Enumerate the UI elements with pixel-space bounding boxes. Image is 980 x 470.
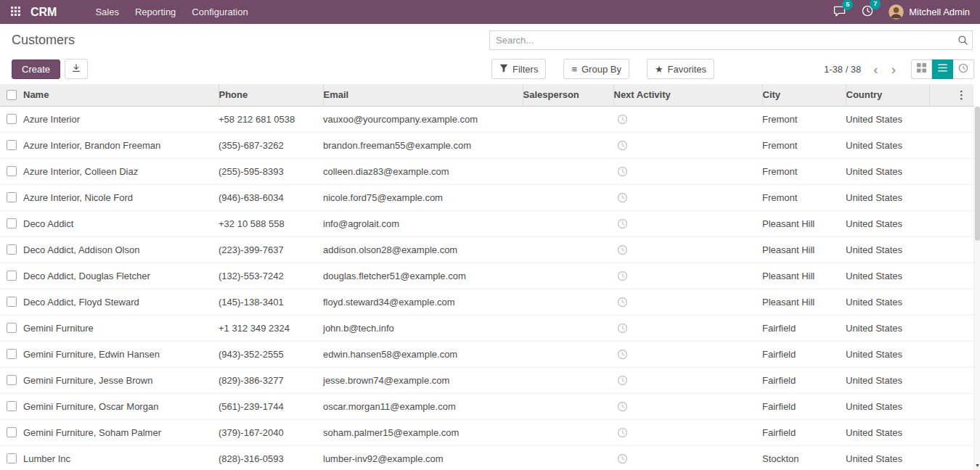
cell-country[interactable]: United States: [846, 236, 929, 263]
cell-city[interactable]: Pleasant Hill: [762, 210, 846, 236]
row-checkbox[interactable]: [7, 375, 17, 385]
next-activity-clock-icon[interactable]: [613, 191, 628, 202]
cell-salesperson[interactable]: [523, 445, 613, 470]
row-checkbox[interactable]: [7, 244, 17, 255]
cell-phone[interactable]: (946)-638-6034: [219, 184, 323, 210]
app-title[interactable]: CRM: [30, 6, 57, 19]
row-checkbox[interactable]: [7, 271, 17, 281]
pager-previous-button[interactable]: ‹: [867, 62, 884, 76]
next-activity-clock-icon[interactable]: [613, 139, 628, 150]
cell-phone[interactable]: (223)-399-7637: [219, 236, 323, 263]
cell-country[interactable]: United States: [846, 419, 929, 445]
cell-email[interactable]: jesse.brown74@example.com: [323, 367, 523, 393]
cell-name[interactable]: Deco Addict: [23, 210, 219, 236]
cell-city[interactable]: Fairfield: [762, 315, 846, 341]
cell-salesperson[interactable]: [523, 236, 613, 263]
cell-salesperson[interactable]: [523, 419, 613, 445]
column-header-email[interactable]: Email: [323, 84, 523, 106]
search-input[interactable]: [489, 30, 973, 50]
scrollbar-down-arrow[interactable]: ▼: [974, 461, 980, 470]
cell-next-activity[interactable]: [613, 419, 762, 445]
cell-name[interactable]: Deco Addict, Addison Olson: [23, 236, 219, 263]
cell-next-activity[interactable]: [613, 158, 762, 184]
cell-country[interactable]: United States: [846, 315, 929, 341]
next-activity-clock-icon[interactable]: [613, 374, 628, 385]
column-header-phone[interactable]: Phone: [219, 84, 323, 106]
cell-city[interactable]: Fairfield: [762, 393, 846, 419]
cell-country[interactable]: United States: [846, 210, 929, 236]
pager-next-button[interactable]: ›: [885, 62, 902, 76]
cell-salesperson[interactable]: [523, 341, 613, 367]
next-activity-clock-icon[interactable]: [613, 296, 628, 307]
cell-next-activity[interactable]: [613, 393, 762, 419]
next-activity-clock-icon[interactable]: [613, 348, 628, 359]
row-checkbox[interactable]: [7, 192, 17, 202]
next-activity-clock-icon[interactable]: [613, 400, 628, 411]
cell-salesperson[interactable]: [523, 106, 613, 132]
cell-phone[interactable]: +1 312 349 2324: [219, 315, 323, 341]
row-checkbox[interactable]: [7, 453, 17, 463]
cell-salesperson[interactable]: [523, 210, 613, 236]
next-activity-clock-icon[interactable]: [613, 453, 628, 463]
table-row[interactable]: Gemini Furniture, Soham Palmer (379)-167…: [0, 419, 973, 445]
vertical-scrollbar[interactable]: ▼: [973, 106, 980, 470]
table-row[interactable]: Gemini Furniture, Edwin Hansen (943)-352…: [0, 341, 973, 367]
cell-phone[interactable]: (828)-316-0593: [219, 445, 323, 470]
next-activity-clock-icon[interactable]: [613, 322, 628, 333]
cell-email[interactable]: addison.olson28@example.com: [323, 236, 523, 263]
table-row[interactable]: Gemini Furniture, Oscar Morgan (561)-239…: [0, 393, 973, 419]
menu-reporting[interactable]: Reporting: [127, 0, 184, 24]
table-row[interactable]: Deco Addict +32 10 588 558 info@agrolait…: [0, 210, 973, 236]
table-row[interactable]: Azure Interior, Brandon Freeman (355)-68…: [0, 132, 973, 158]
cell-salesperson[interactable]: [523, 263, 613, 289]
create-button[interactable]: Create: [12, 59, 60, 79]
search-icon[interactable]: [957, 35, 968, 49]
cell-name[interactable]: Azure Interior: [23, 106, 219, 132]
cell-email[interactable]: brandon.freeman55@example.com: [323, 132, 523, 158]
menu-configuration[interactable]: Configuration: [184, 0, 256, 24]
cell-next-activity[interactable]: [613, 263, 762, 289]
cell-next-activity[interactable]: [613, 210, 762, 236]
row-checkbox[interactable]: [7, 140, 17, 150]
cell-salesperson[interactable]: [523, 184, 613, 210]
cell-phone[interactable]: (355)-687-3262: [219, 132, 323, 158]
optional-columns-toggle[interactable]: ⋮: [929, 84, 973, 106]
cell-email[interactable]: soham.palmer15@example.com: [323, 419, 523, 445]
cell-salesperson[interactable]: [523, 158, 613, 184]
cell-name[interactable]: Gemini Furniture, Jesse Brown: [23, 367, 219, 393]
cell-phone[interactable]: (561)-239-1744: [219, 393, 323, 419]
cell-phone[interactable]: (829)-386-3277: [219, 367, 323, 393]
next-activity-clock-icon[interactable]: [613, 244, 628, 255]
cell-country[interactable]: United States: [846, 184, 929, 210]
cell-city[interactable]: Fremont: [762, 106, 846, 132]
cell-email[interactable]: floyd.steward34@example.com: [323, 289, 523, 315]
table-row[interactable]: Deco Addict, Douglas Fletcher (132)-553-…: [0, 263, 973, 289]
cell-country[interactable]: United States: [846, 289, 929, 315]
cell-phone[interactable]: (943)-352-2555: [219, 341, 323, 367]
messages-button[interactable]: 5: [825, 2, 854, 22]
cell-salesperson[interactable]: [523, 289, 613, 315]
cell-name[interactable]: Azure Interior, Brandon Freeman: [23, 132, 219, 158]
table-row[interactable]: Azure Interior, Nicole Ford (946)-638-60…: [0, 184, 973, 210]
cell-city[interactable]: Fairfield: [762, 367, 846, 393]
cell-email[interactable]: john.b@tech.info: [323, 315, 523, 341]
cell-email[interactable]: douglas.fletcher51@example.com: [323, 263, 523, 289]
cell-name[interactable]: Azure Interior, Nicole Ford: [23, 184, 219, 210]
cell-next-activity[interactable]: [613, 367, 762, 393]
table-row[interactable]: Azure Interior +58 212 681 0538 vauxoo@y…: [0, 106, 973, 132]
favorites-button[interactable]: ★ Favorites: [647, 59, 714, 79]
row-checkbox[interactable]: [7, 349, 17, 359]
cell-next-activity[interactable]: [613, 132, 762, 158]
cell-country[interactable]: United States: [846, 393, 929, 419]
cell-city[interactable]: Fremont: [762, 158, 846, 184]
cell-phone[interactable]: +32 10 588 558: [219, 210, 323, 236]
cell-name[interactable]: Azure Interior, Colleen Diaz: [23, 158, 219, 184]
cell-email[interactable]: info@agrolait.com: [323, 210, 523, 236]
cell-next-activity[interactable]: [613, 184, 762, 210]
cell-name[interactable]: Gemini Furniture, Oscar Morgan: [23, 393, 219, 419]
cell-phone[interactable]: (255)-595-8393: [219, 158, 323, 184]
cell-country[interactable]: United States: [846, 367, 929, 393]
cell-salesperson[interactable]: [523, 315, 613, 341]
list-view-button[interactable]: [932, 59, 953, 79]
cell-email[interactable]: vauxoo@yourcompany.example.com: [323, 106, 523, 132]
